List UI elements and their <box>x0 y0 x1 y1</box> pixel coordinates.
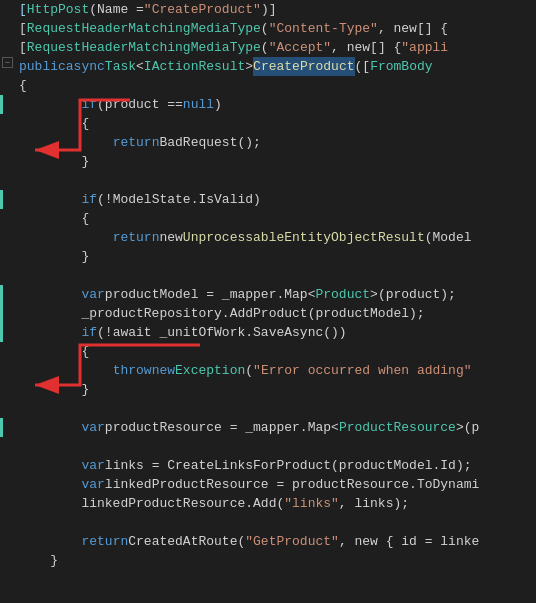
code-line: if (!ModelState.IsValid) <box>19 190 536 209</box>
gutter-indicator-2 <box>0 190 3 209</box>
code-line: [HttpPost(Name = "CreateProduct")] <box>19 0 536 19</box>
code-line: throw new Exception("Error occurred when… <box>19 361 536 380</box>
code-line <box>19 266 536 285</box>
code-line: } <box>19 380 536 399</box>
code-line: if (product == null) <box>19 95 536 114</box>
code-line: return new UnprocessableEntityObjectResu… <box>19 228 536 247</box>
code-line: { <box>19 76 536 95</box>
code-line <box>19 171 536 190</box>
code-line: } <box>19 152 536 171</box>
code-line: var linkedProductResource = productResou… <box>19 475 536 494</box>
code-line: return BadRequest(); <box>19 133 536 152</box>
code-line: var productModel = _mapper.Map<Product>(… <box>19 285 536 304</box>
code-line: public async Task<IActionResult> CreateP… <box>19 57 536 76</box>
code-content: [HttpPost(Name = "CreateProduct")] [Requ… <box>15 0 536 603</box>
code-line: _productRepository.AddProduct(productMod… <box>19 304 536 323</box>
code-line: var links = CreateLinksForProduct(produc… <box>19 456 536 475</box>
code-line: var productResource = _mapper.Map<Produc… <box>19 418 536 437</box>
code-line: } <box>19 247 536 266</box>
code-line: { <box>19 209 536 228</box>
code-line: return CreatedAtRoute("GetProduct", new … <box>19 532 536 551</box>
code-line: { <box>19 342 536 361</box>
gutter-indicator-4 <box>0 418 3 437</box>
code-line <box>19 437 536 456</box>
gutter-indicator-1 <box>0 95 3 114</box>
fold-marker[interactable]: − <box>2 57 13 68</box>
code-line: } <box>19 551 536 570</box>
code-line <box>19 399 536 418</box>
code-line <box>19 513 536 532</box>
gutter-indicator-3 <box>0 285 3 342</box>
left-sidebar: − <box>0 0 15 603</box>
code-line: [RequestHeaderMatchingMediaType("Content… <box>19 19 536 38</box>
code-line: if (!await _unitOfWork.SaveAsync()) <box>19 323 536 342</box>
code-line: { <box>19 114 536 133</box>
code-line: [RequestHeaderMatchingMediaType("Accept"… <box>19 38 536 57</box>
code-line: linkedProductResource.Add("links", links… <box>19 494 536 513</box>
code-editor: − [HttpPost(Name = "CreateProduct")] [Re… <box>0 0 536 603</box>
